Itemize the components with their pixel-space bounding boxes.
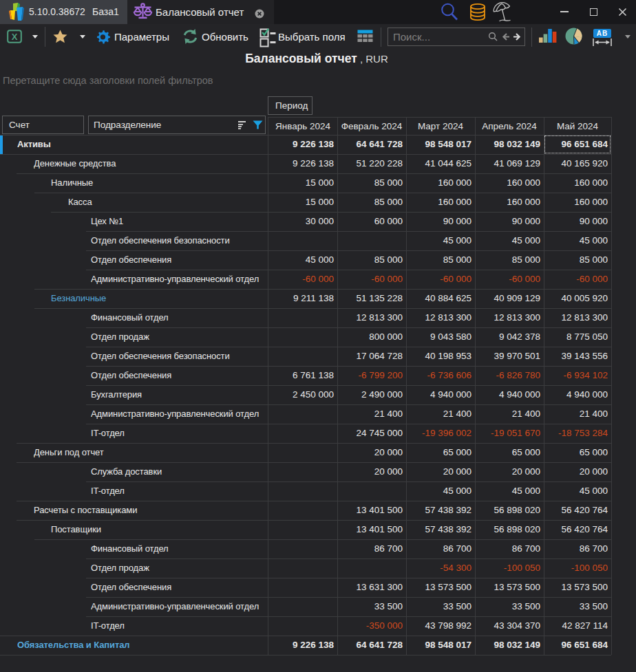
svg-text:X: X [12,32,18,42]
